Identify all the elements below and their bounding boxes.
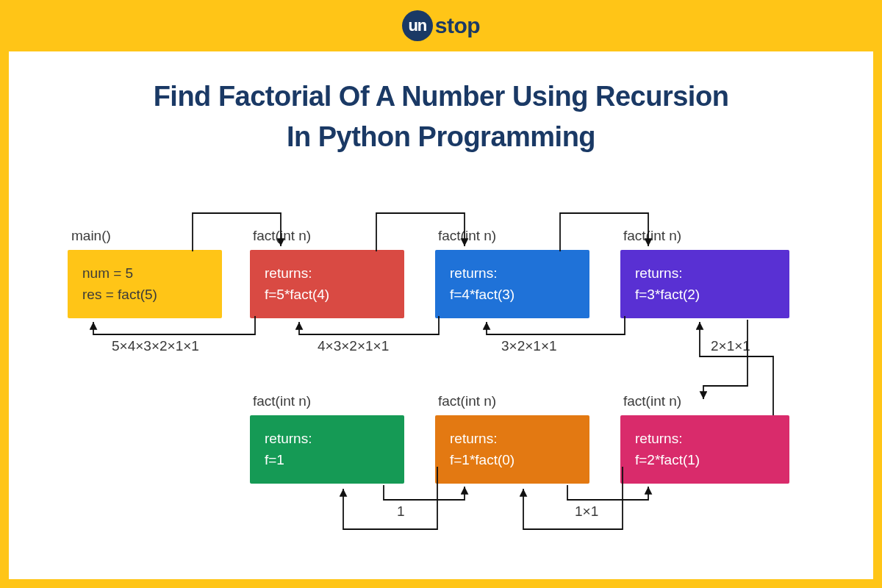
brand-logo: un stop (402, 10, 480, 41)
brand-badge: un (402, 10, 433, 41)
label-fn-6: fact(int n) (623, 393, 681, 409)
node-fact5: returns: f=5*fact(4) (250, 250, 404, 318)
label-fn-1: fact(int n) (253, 228, 311, 244)
node-fact5-line1: returns: (265, 263, 390, 284)
node-fact4-line2: f=4*fact(3) (450, 284, 575, 306)
return-4321: 4×3×2×1×1 (318, 338, 389, 354)
node-fact4-line1: returns: (450, 263, 575, 284)
node-fact3-line1: returns: (635, 263, 775, 284)
node-fact1: returns: f=1*fact(0) (435, 415, 589, 484)
return-321: 3×2×1×1 (501, 338, 557, 354)
node-fact3: returns: f=3*fact(2) (620, 250, 789, 318)
title-line-1: Find Factorial Of A Number Using Recursi… (9, 76, 873, 117)
node-fact2-line1: returns: (635, 429, 775, 450)
logo-bar: un stop (0, 0, 882, 51)
node-fact0-line1: returns: (265, 429, 390, 450)
node-main: num = 5 res = fact(5) (68, 250, 222, 318)
node-fact1-line2: f=1*fact(0) (450, 450, 575, 471)
node-main-line1: num = 5 (82, 263, 207, 284)
return-5432: 5×4×3×2×1×1 (112, 338, 199, 354)
node-fact3-line2: f=3*fact(2) (635, 284, 775, 306)
label-fn-2: fact(int n) (438, 228, 496, 244)
brand-text: stop (435, 13, 480, 38)
label-fn-4: fact(int n) (253, 393, 311, 409)
page-title: Find Factorial Of A Number Using Recursi… (9, 51, 873, 157)
node-fact2: returns: f=2*fact(1) (620, 415, 789, 484)
node-fact0: returns: f=1 (250, 415, 404, 484)
node-fact5-line2: f=5*fact(4) (265, 284, 390, 306)
title-line-2: In Python Programming (9, 117, 873, 157)
node-fact2-line2: f=2*fact(1) (635, 450, 775, 471)
label-main: main() (71, 228, 111, 244)
node-fact0-line2: f=1 (265, 450, 390, 471)
label-fn-5: fact(int n) (438, 393, 496, 409)
label-fn-3: fact(int n) (623, 228, 681, 244)
content-panel: Find Factorial Of A Number Using Recursi… (9, 51, 873, 579)
recursion-diagram: main() fact(int n) fact(int n) fact(int … (9, 191, 873, 579)
node-main-line2: res = fact(5) (82, 284, 207, 306)
return-21: 2×1×1 (711, 338, 750, 354)
node-fact1-line1: returns: (450, 429, 575, 450)
return-11: 1×1 (575, 503, 598, 520)
return-1: 1 (397, 503, 405, 520)
node-fact4: returns: f=4*fact(3) (435, 250, 589, 318)
